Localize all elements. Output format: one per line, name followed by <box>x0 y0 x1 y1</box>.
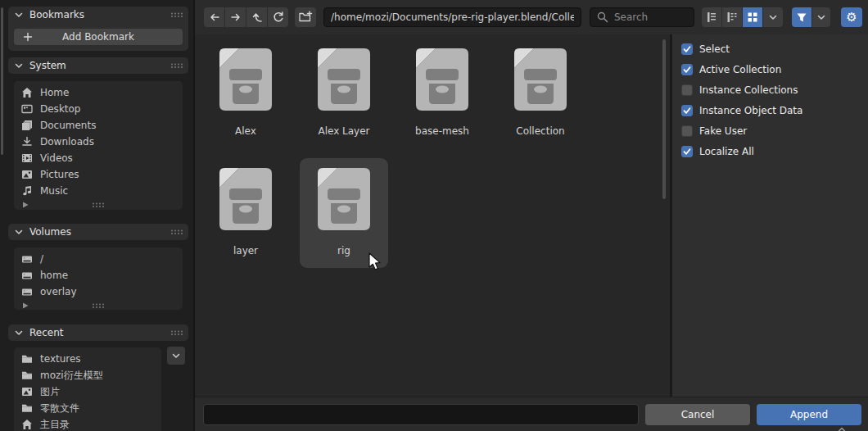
check-icon <box>682 147 692 157</box>
refresh-button[interactable] <box>268 7 288 27</box>
checkbox-fake-user[interactable] <box>681 125 693 137</box>
sidebar-scrollbar[interactable] <box>1 7 3 155</box>
file-tile-base-mesh[interactable]: base-mesh <box>398 39 486 148</box>
file-tile-collection[interactable]: Collection <box>496 39 585 148</box>
sidebar-item-home[interactable]: Home <box>14 84 183 101</box>
recent-options-button[interactable] <box>167 347 185 365</box>
volume-item-home[interactable]: home <box>14 267 183 284</box>
arrow-right-icon <box>229 11 242 24</box>
settings-button[interactable]: ⚙ <box>841 7 862 27</box>
filter-toggle-button[interactable] <box>792 7 811 27</box>
append-options-panel: Select Active Collection Instance Collec… <box>670 34 868 397</box>
bookmarks-panel-header[interactable]: Bookmarks <box>8 7 188 23</box>
recent-item[interactable]: mozi衍生模型 <box>14 367 161 383</box>
checkbox-instance-object-data[interactable] <box>681 105 693 116</box>
sidebar-item-pictures[interactable]: Pictures <box>14 166 183 183</box>
display-horizontal-list-button[interactable] <box>722 7 742 27</box>
cancel-button[interactable]: Cancel <box>645 404 750 425</box>
recent-panel-title: Recent <box>29 327 165 338</box>
plus-icon <box>22 31 34 43</box>
checkbox-instance-collections[interactable] <box>681 84 693 96</box>
detailed-list-icon <box>726 11 739 24</box>
file-tile-layer[interactable]: layer <box>201 158 290 268</box>
file-tile-label: Alex <box>201 125 290 137</box>
recent-list: textures mozi衍生模型 图片 零散文件 主目录 <box>14 347 161 431</box>
volumes-panel-header[interactable]: Volumes <box>8 224 188 240</box>
folder-icon <box>21 370 33 381</box>
arrow-left-icon <box>208 11 221 24</box>
recent-panel-header[interactable]: Recent <box>8 324 188 341</box>
funnel-icon <box>795 11 808 24</box>
arrow-up-turn-icon <box>251 11 264 24</box>
mouse-cursor <box>368 252 382 272</box>
volume-item-root[interactable]: / <box>14 251 183 267</box>
volume-item-overlay[interactable]: overlay <box>14 284 183 300</box>
sidebar-item-videos[interactable]: Videos <box>14 150 183 166</box>
checkbox-active-collection[interactable] <box>681 64 693 75</box>
file-tile-alex[interactable]: Alex <box>201 39 290 148</box>
video-icon <box>21 152 33 164</box>
sidebar-item-downloads[interactable]: Downloads <box>14 134 183 150</box>
vertical-list-icon <box>705 11 718 24</box>
sidebar-item-music[interactable]: Music <box>14 183 183 199</box>
desktop-icon <box>21 103 33 115</box>
add-bookmark-button[interactable]: Add Bookmark <box>14 29 183 45</box>
grip-icon <box>92 202 105 208</box>
volumes-list-resize[interactable] <box>14 300 183 311</box>
music-icon <box>21 185 33 197</box>
path-field[interactable] <box>323 7 581 27</box>
recent-item[interactable]: 零散文件 <box>14 400 161 416</box>
image-icon <box>21 169 33 180</box>
execution-bar: Cancel Append <box>195 397 868 431</box>
display-mode-buttons <box>702 7 783 27</box>
image-icon <box>21 386 33 397</box>
checkbox-localize-all[interactable] <box>681 146 693 157</box>
grip-icon <box>170 11 183 18</box>
grip-icon <box>170 329 183 336</box>
recent-item[interactable]: textures <box>14 351 161 367</box>
file-browser-toolbar: ⚙ <box>195 0 868 34</box>
filename-input[interactable] <box>203 404 639 425</box>
system-panel-header[interactable]: System <box>8 57 188 74</box>
file-tile-alex-layer[interactable]: Alex Layer <box>300 39 388 148</box>
checkbox-select[interactable] <box>681 43 693 55</box>
home-icon <box>21 87 33 98</box>
system-list-resize[interactable] <box>14 199 183 210</box>
search-icon <box>596 11 609 24</box>
file-tile-rig[interactable]: rig <box>300 158 388 268</box>
filter-buttons <box>792 7 830 27</box>
filter-dropdown[interactable] <box>812 7 830 27</box>
back-button[interactable] <box>204 7 224 27</box>
display-size-dropdown[interactable] <box>763 7 783 27</box>
search-input[interactable] <box>614 11 688 23</box>
download-icon <box>21 136 33 147</box>
display-thumbnail-button[interactable] <box>743 7 762 27</box>
expand-triangle-icon <box>21 302 29 310</box>
sidebar: Bookmarks Add Bookmark System Home Deskt… <box>0 0 195 431</box>
chevron-down-icon <box>13 226 25 238</box>
check-icon <box>682 65 692 75</box>
file-list-area: Alex Alex Layer base-mesh Collection lay… <box>195 34 668 397</box>
new-folder-button[interactable] <box>295 7 316 27</box>
system-list: Home Desktop Documents Downloads Videos … <box>14 81 183 210</box>
collection-file-icon <box>514 48 567 111</box>
sidebar-item-desktop[interactable]: Desktop <box>14 101 183 117</box>
search-field[interactable] <box>590 7 694 27</box>
collapse-bar-chevron-up-icon[interactable] <box>836 424 848 431</box>
folder-icon <box>21 353 33 365</box>
display-vertical-list-button[interactable] <box>702 7 721 27</box>
chevron-down-icon <box>13 9 25 20</box>
forward-button[interactable] <box>225 7 246 27</box>
sidebar-item-documents[interactable]: Documents <box>14 117 183 134</box>
recent-item[interactable]: 主目录 <box>14 416 161 431</box>
chevron-down-icon <box>767 11 779 23</box>
collection-file-icon <box>318 48 370 111</box>
collection-file-icon <box>219 168 272 230</box>
recent-item[interactable]: 图片 <box>14 383 161 400</box>
chevron-down-icon <box>816 11 827 23</box>
file-area-scrollbar[interactable] <box>662 39 666 199</box>
navigation-buttons <box>204 7 288 27</box>
collection-file-icon <box>318 168 370 230</box>
parent-directory-button[interactable] <box>246 7 267 27</box>
append-button[interactable]: Append <box>757 404 861 425</box>
